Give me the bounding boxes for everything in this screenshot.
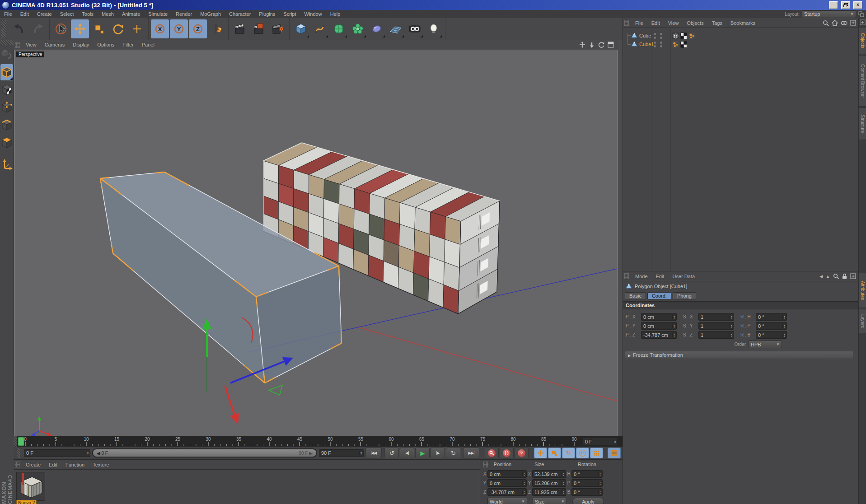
live-selection-button[interactable] xyxy=(52,19,70,38)
add-panel-icon[interactable] xyxy=(850,273,856,279)
object-name-selected[interactable]: Cube1 xyxy=(639,42,654,47)
viewport-grip[interactable] xyxy=(15,42,20,48)
viewport-menu-view[interactable]: View xyxy=(22,42,41,47)
spinner[interactable]: ▲▼ xyxy=(562,481,565,485)
spinner[interactable]: ▲▼ xyxy=(672,333,676,337)
attr-menu-edit[interactable]: Edit xyxy=(652,274,669,279)
rp-field[interactable]: 0 °▲▼ xyxy=(756,322,787,330)
add-spline-button[interactable] xyxy=(311,19,329,38)
minimize-button[interactable]: _ xyxy=(829,1,838,9)
camera-zoom-icon[interactable] xyxy=(589,42,595,48)
visibility-dots[interactable] xyxy=(654,33,662,39)
viewport-menu-options[interactable]: Options xyxy=(93,42,118,47)
attribute-grip[interactable] xyxy=(624,273,629,279)
layout-select[interactable]: Startup ▼ xyxy=(802,10,856,18)
render-picture-viewer-button[interactable] xyxy=(250,19,268,38)
menu-file[interactable]: File xyxy=(0,11,16,17)
play-button[interactable]: ▶ xyxy=(415,448,430,458)
side-tab-structure[interactable]: Structure xyxy=(859,107,866,140)
loop-button[interactable]: ↻ xyxy=(446,448,460,458)
spinner[interactable]: ▲▼ xyxy=(359,451,363,455)
history-back-icon[interactable]: ◀ xyxy=(819,274,823,279)
lock-x-axis-button[interactable]: X xyxy=(151,19,169,38)
py-field[interactable]: 0 cm▲▼ xyxy=(641,322,677,330)
menu-tools[interactable]: Tools xyxy=(78,11,98,17)
menu-mograph[interactable]: MoGraph xyxy=(196,11,225,17)
enable-axis-button[interactable] xyxy=(0,156,13,173)
move-tool-button[interactable] xyxy=(71,19,89,38)
viewport-view-label[interactable]: Perspective xyxy=(16,51,44,57)
size-x-field[interactable]: 52.139 cm▲▼ xyxy=(532,470,566,478)
sidebar-grip[interactable] xyxy=(0,40,14,45)
camera-rotate-icon[interactable] xyxy=(598,42,604,48)
coords-grip[interactable] xyxy=(483,462,488,467)
gizmo-plane-handle[interactable] xyxy=(269,385,282,395)
add-camera-button[interactable] xyxy=(406,19,424,38)
viewport-canvas[interactable] xyxy=(14,50,617,436)
key-scale-button[interactable] xyxy=(548,448,561,458)
redo-button[interactable] xyxy=(29,19,47,38)
apply-button[interactable]: Apply xyxy=(572,498,604,504)
keyframe-bars-button[interactable] xyxy=(608,448,621,458)
texture-mode-button[interactable] xyxy=(0,82,13,98)
undo-button[interactable] xyxy=(10,19,28,38)
polygons-mode-button[interactable] xyxy=(0,135,13,151)
history-up-icon[interactable]: ▲ xyxy=(826,274,830,279)
search-icon[interactable] xyxy=(823,20,829,26)
camera-pan-icon[interactable] xyxy=(579,42,585,48)
visibility-dots[interactable] xyxy=(654,42,662,47)
viewport-menu-panel[interactable]: Panel xyxy=(138,42,159,47)
phong-tag-icon[interactable] xyxy=(672,41,679,48)
add-panel-icon[interactable] xyxy=(850,20,856,26)
coordinate-system-button[interactable] xyxy=(208,19,226,38)
model-mode-button[interactable] xyxy=(0,64,13,80)
toggle-view-icon[interactable] xyxy=(608,42,614,48)
eye-icon[interactable] xyxy=(841,21,847,25)
position-x-field[interactable]: 0 cm▲▼ xyxy=(487,470,527,478)
record-keyframe-button[interactable] xyxy=(485,448,499,458)
spinner[interactable]: ▲▼ xyxy=(598,490,602,494)
menu-simulate[interactable]: Simulate xyxy=(144,11,172,17)
menu-window[interactable]: Window xyxy=(300,11,326,17)
render-view-button[interactable] xyxy=(231,19,249,38)
add-floor-button[interactable] xyxy=(387,19,405,38)
close-button[interactable]: × xyxy=(853,1,862,9)
texture-tag-icon[interactable] xyxy=(680,33,687,39)
size-y-field[interactable]: 15.206 cm▲▼ xyxy=(532,479,566,487)
side-tab-content-browser[interactable]: Content Browser xyxy=(859,55,866,107)
rotate-tool-button[interactable] xyxy=(109,19,127,38)
transport-grip[interactable] xyxy=(17,448,20,458)
spinner[interactable]: ▲▼ xyxy=(730,333,733,337)
material-menu-edit[interactable]: Edit xyxy=(45,462,61,467)
material-menu-create[interactable]: Create xyxy=(22,462,45,467)
viewport-menu-display[interactable]: Display xyxy=(69,42,93,47)
phong-tag-icon[interactable] xyxy=(688,33,695,39)
om-menu-file[interactable]: File xyxy=(631,20,647,26)
frame-start-field[interactable]: 0 F ▲▼ xyxy=(24,449,90,457)
ruler-grip[interactable] xyxy=(14,436,17,447)
viewport-menu-filter[interactable]: Filter xyxy=(118,42,137,47)
om-menu-view[interactable]: View xyxy=(664,20,683,26)
key-pla-button[interactable] xyxy=(590,448,603,458)
tab-phong[interactable]: Phong xyxy=(673,292,696,299)
coords-mode-select[interactable]: World▼ xyxy=(487,498,527,504)
menu-create[interactable]: Create xyxy=(33,11,56,17)
px-field[interactable]: 0 cm▲▼ xyxy=(641,313,677,321)
texture-tag-icon[interactable] xyxy=(680,41,687,48)
add-environment-button[interactable] xyxy=(368,19,386,38)
edges-mode-button[interactable] xyxy=(0,117,13,133)
menu-render[interactable]: Render xyxy=(172,11,196,17)
attr-menu-userdata[interactable]: User Data xyxy=(669,274,699,279)
last-tool-button[interactable] xyxy=(128,19,146,38)
menu-animate[interactable]: Animate xyxy=(118,11,144,17)
spinner[interactable]: ▲▼ xyxy=(562,472,565,476)
spinner[interactable]: ▲▼ xyxy=(598,472,602,476)
menu-script[interactable]: Script xyxy=(279,11,300,17)
restore-button[interactable] xyxy=(841,1,850,9)
step-forward-button[interactable]: |▶ xyxy=(431,448,445,458)
add-panel-icon[interactable] xyxy=(860,19,866,25)
spinner[interactable]: ▲▼ xyxy=(86,451,89,455)
material-thumbnail[interactable] xyxy=(16,472,45,501)
position-z-field[interactable]: -34.787 cm▲▼ xyxy=(487,488,527,496)
coordinates-section-header[interactable]: Coordinates xyxy=(623,301,859,309)
